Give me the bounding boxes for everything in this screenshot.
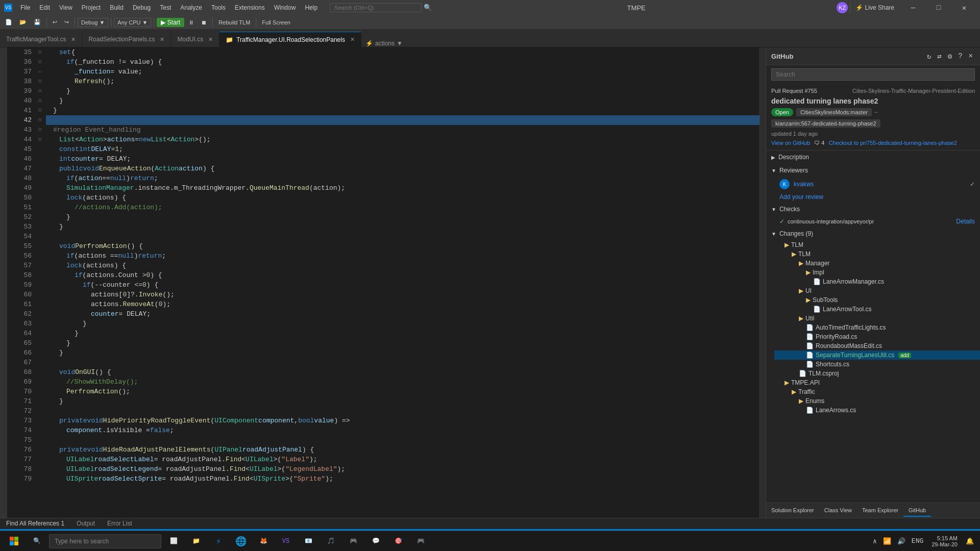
tree-item-util[interactable]: ▶ Util: [774, 314, 980, 323]
menu-window[interactable]: Window: [270, 2, 300, 13]
taskbar-other5[interactable]: 🎯: [388, 531, 408, 552]
taskbar-task-view[interactable]: ⬜: [163, 531, 184, 552]
taskbar-other4[interactable]: 💬: [365, 531, 386, 552]
tree-item-enums[interactable]: ▶ Enums: [774, 396, 980, 406]
start-button[interactable]: [4, 531, 24, 552]
scrollbar-minimap[interactable]: [760, 47, 766, 518]
tab-trafficmanagertool[interactable]: TrafficManagerTool.cs ✕: [0, 32, 82, 47]
toolbar-fullscreen[interactable]: Full Screen: [259, 18, 293, 27]
menu-debug[interactable]: Debug: [129, 2, 155, 13]
taskbar-up-arrow[interactable]: ∧: [871, 536, 879, 546]
taskbar-network-icon[interactable]: 📶: [881, 536, 893, 546]
close-button[interactable]: ✕: [952, 0, 976, 15]
toolbar-rebuild[interactable]: Rebuild TLM: [215, 18, 253, 27]
tree-item-lanearrowmanager[interactable]: 📄 LaneArrowManager.cs: [774, 277, 980, 286]
menu-help[interactable]: Help: [301, 2, 322, 13]
menu-project[interactable]: Project: [78, 2, 105, 13]
menu-extensions[interactable]: Extensions: [231, 2, 269, 13]
check-details-link[interactable]: Details: [956, 218, 975, 225]
menu-file[interactable]: File: [16, 2, 34, 13]
pr-checkout-link[interactable]: Checkout to pr/755-dedicated-turning-lan…: [828, 140, 957, 146]
tree-item-traffic[interactable]: ▶ Traffic: [774, 387, 980, 396]
tree-item-roundabout[interactable]: 📄 RoundaboutMassEdit.cs: [774, 341, 980, 350]
search-input[interactable]: [330, 3, 422, 12]
toolbar-save[interactable]: 💾: [31, 18, 44, 27]
tree-item-lanearrows[interactable]: 📄 LaneArrows.cs: [774, 406, 980, 415]
taskbar-firefox[interactable]: 🦊: [253, 531, 274, 552]
toolbar-open[interactable]: 📂: [16, 18, 30, 27]
tree-item-separateturning[interactable]: 📄 SeparateTurningLanesUtil.cs add: [774, 350, 980, 360]
minimize-button[interactable]: —: [901, 0, 925, 15]
menu-build[interactable]: Build: [106, 2, 128, 13]
menu-view[interactable]: View: [55, 2, 77, 13]
tree-item-autotraffic[interactable]: 📄 AutoTimedTrafficLights.cs: [774, 323, 980, 332]
section-checks[interactable]: ▼ Checks: [766, 203, 980, 216]
tab-roadselectionpanels[interactable]: RoadSelectionPanels.cs ✕: [82, 32, 171, 47]
reviewer-check-icon: ✓: [970, 181, 975, 188]
tree-item-tlm[interactable]: ▶ TLM: [774, 240, 980, 249]
github-refresh-btn[interactable]: ↻: [925, 51, 933, 62]
tree-item-subtools[interactable]: ▶ SubTools: [774, 295, 980, 305]
github-sync-btn[interactable]: ⇄: [935, 51, 943, 62]
toolbar-redo[interactable]: ↪: [61, 18, 72, 27]
debug-dropdown[interactable]: Debug ▼: [78, 18, 108, 27]
tab-class-view[interactable]: Class View: [819, 504, 857, 517]
tree-item-tlm2[interactable]: ▶ TLM: [774, 249, 980, 259]
taskbar-search-bar[interactable]: Type here to search: [49, 534, 161, 548]
taskbar-other1[interactable]: 📧: [298, 531, 318, 552]
taskbar-search-icon[interactable]: 🔍: [27, 531, 47, 552]
taskbar-notification[interactable]: 🔔: [964, 536, 976, 546]
taskbar-file-explorer[interactable]: 📁: [186, 531, 206, 552]
tab-trafficmanagerui[interactable]: 📁 TrafficManager.UI.RoadSelectionPanels …: [219, 32, 361, 47]
taskbar-vs[interactable]: VS: [276, 531, 296, 552]
tree-item-tmpeapi[interactable]: ▶ TMPE.API: [774, 378, 980, 387]
tree-item-manager[interactable]: ▶ Manager: [774, 259, 980, 268]
liveshare-button[interactable]: ⚡ Live Share: [850, 2, 899, 13]
taskbar-edge[interactable]: ⚡: [208, 531, 229, 552]
tab-close-icon[interactable]: ✕: [71, 36, 76, 43]
taskbar-steam[interactable]: 🎮: [410, 531, 431, 552]
tab-close-icon[interactable]: ✕: [208, 36, 213, 43]
maximize-button[interactable]: □: [927, 0, 950, 15]
tab-team-explorer[interactable]: Team Explorer: [857, 504, 903, 517]
platform-dropdown[interactable]: Any CPU ▼: [114, 18, 151, 27]
add-review-link[interactable]: Add your review: [774, 191, 980, 203]
section-changes[interactable]: ▼ Changes (9): [766, 227, 980, 240]
taskbar-lang[interactable]: ENG: [910, 536, 925, 546]
pr-view-link[interactable]: View on GitHub: [771, 140, 810, 146]
taskbar-ie[interactable]: 🌐: [231, 531, 251, 552]
tab-modui[interactable]: ModUI.cs ✕: [171, 32, 219, 47]
toolbar-pause[interactable]: ⏸: [185, 18, 197, 27]
menu-edit[interactable]: Edit: [35, 2, 54, 13]
tree-item-priorityroad[interactable]: 📄 PriorityRoad.cs: [774, 332, 980, 341]
menu-tools[interactable]: Tools: [207, 2, 230, 13]
tab-github[interactable]: GitHub: [903, 504, 931, 517]
tree-item-shortcuts[interactable]: 📄 Shortcuts.cs: [774, 360, 980, 369]
tab-solution-explorer[interactable]: Solution Explorer: [766, 504, 819, 517]
github-help-btn[interactable]: ?: [956, 51, 964, 61]
tree-item-tlmcsproj[interactable]: 📄 TLM.csproj: [774, 369, 980, 378]
tab-close-icon[interactable]: ✕: [160, 36, 164, 43]
code-content[interactable]: set { if (_function != value) { _functio…: [44, 47, 760, 518]
menu-analyze[interactable]: Analyze: [176, 2, 206, 13]
taskbar-other3[interactable]: 🎮: [343, 531, 363, 552]
toolbar-stop[interactable]: ⏹: [198, 18, 210, 27]
taskbar-volume-icon[interactable]: 🔊: [895, 536, 908, 546]
run-button[interactable]: ▶ Start: [157, 18, 184, 27]
section-reviewers[interactable]: ▼ Reviewers: [766, 164, 980, 177]
toolbar-new[interactable]: 📄: [2, 18, 15, 27]
menu-test[interactable]: Test: [156, 2, 175, 13]
taskbar-other2[interactable]: 🎵: [321, 531, 341, 552]
tree-item-lanearrowtool[interactable]: 📄 LaneArrowTool.cs: [774, 305, 980, 314]
github-search-input[interactable]: [771, 68, 975, 81]
section-description[interactable]: ▶ Description: [766, 151, 980, 164]
github-collapse-btn[interactable]: ×: [967, 51, 975, 61]
github-settings-btn[interactable]: ⚙: [946, 51, 954, 62]
tree-item-impl[interactable]: ▶ Impl: [774, 268, 980, 277]
tab-error-list[interactable]: Error List: [101, 517, 138, 530]
toolbar-undo[interactable]: ↩: [50, 18, 60, 27]
chevron-down-icon3[interactable]: ▼: [397, 40, 403, 47]
tab-close-icon[interactable]: ✕: [350, 36, 355, 43]
taskbar-clock[interactable]: 5:15 AM 29-Mar-20: [927, 535, 962, 547]
tree-item-ui[interactable]: ▶ UI: [774, 286, 980, 295]
